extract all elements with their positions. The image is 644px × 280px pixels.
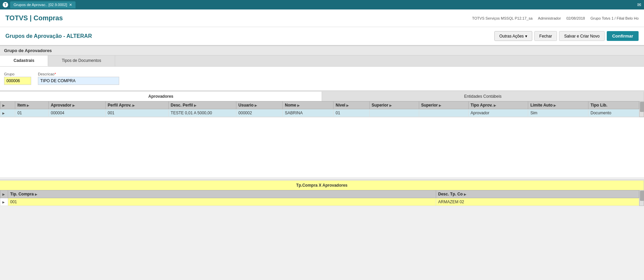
date-info: 02/08/2018 [566, 16, 585, 20]
grupo-input[interactable] [4, 77, 31, 85]
th-aprovador[interactable]: Aprovador ▶ [48, 101, 105, 109]
dropdown-arrow-icon: ▾ [525, 34, 527, 39]
lower-tabs: Tp.Compra X Aprovadores [0, 181, 644, 190]
scroll-thumb[interactable] [640, 102, 644, 112]
lower-cell-desc-tp-co: ARMAZEM 02 [436, 198, 639, 206]
lower-row-arrow: ▶ [0, 198, 8, 206]
main-tabs: Cadastrais Tipos de Documentos [0, 55, 644, 67]
vertical-scrollbar[interactable] [639, 101, 644, 117]
cell-perfil-aprov: 001 [106, 109, 169, 117]
th-usuario[interactable]: Usuario ▶ [236, 101, 283, 109]
form-area: Grupo Descricao* [0, 67, 644, 90]
grupo-field: Grupo [4, 72, 31, 85]
th-limite-auto[interactable]: Limite Auto ▶ [528, 101, 588, 109]
cell-nome: SABRINA [283, 109, 334, 117]
lower-th-desc-tp-co[interactable]: Desc. Tp. Co ▶ [436, 190, 639, 198]
descricao-label: Descricao* [38, 72, 119, 76]
tab-label: Grupos de Aprovac.. [02.9.0002] [14, 3, 67, 7]
user-info: Administrador [538, 16, 561, 20]
app-header: TOTVS | Compras TOTVS Serviços MSSQL P12… [0, 9, 644, 27]
th-superior[interactable]: Superior ▶ [369, 101, 419, 109]
cell-usuario: 000002 [236, 109, 283, 117]
th-tipo-aprov[interactable]: Tipo Aprov. ▶ [468, 101, 528, 109]
th-nome[interactable]: Nome ▶ [283, 101, 334, 109]
table-row[interactable]: ▶ 01 000004 001 TESTE 0,01 A 5000,00 000… [0, 109, 639, 117]
descricao-input[interactable] [38, 77, 119, 85]
th-arrow-item: ▶ [0, 101, 15, 109]
cell-superior2 [419, 109, 468, 117]
th-item[interactable]: Item ▶ [15, 101, 49, 109]
th-desc-perfil[interactable]: Desc. Perfil ▶ [169, 101, 236, 109]
group-info: Grupo Totvs 1 / Filial Belo Ho [591, 16, 639, 20]
empty-grid-area [0, 117, 644, 178]
tab-entidades-contabeis[interactable]: Entidades Contábeis [322, 92, 644, 101]
grid-tabs: Aprovadores Entidades Contábeis [0, 92, 644, 101]
grupo-label: Grupo [4, 72, 31, 76]
page-header: Grupos de Aprovação - ALTERAR Outras Açõ… [0, 27, 644, 45]
descricao-field: Descricao* [38, 72, 119, 85]
lower-table-wrapper: ▶ Tip. Compra ▶ Desc. Tp. Co ▶ ▶ 001 ARM… [0, 190, 644, 206]
cell-nivel: 01 [334, 109, 369, 117]
close-tab-icon[interactable]: ✕ [69, 3, 72, 7]
th-perfil-aprov[interactable]: Perfil Aprov. ▶ [106, 101, 169, 109]
th-superior2[interactable]: Superior ▶ [419, 101, 468, 109]
form-row: Grupo Descricao* [4, 72, 640, 85]
tab-tipos-documentos[interactable]: Tipos de Documentos [48, 55, 115, 66]
fechar-button[interactable]: Fechar [534, 31, 557, 41]
lower-cell-tip-compra: 001 [8, 198, 436, 206]
cell-superior [369, 109, 419, 117]
cell-item: 01 [15, 109, 49, 117]
th-nivel[interactable]: Nível ▶ [334, 101, 369, 109]
grid-section: Aprovadores Entidades Contábeis ▶ Item ▶… [0, 90, 644, 178]
lower-table-row[interactable]: ▶ 001 ARMAZEM 02 [0, 198, 639, 206]
action-buttons: Outras Ações ▾ Fechar Salvar e Criar Nov… [494, 31, 639, 41]
app-title: TOTVS | Compras [5, 14, 63, 22]
row-arrow-cell: ▶ [0, 109, 15, 117]
tab-cadastrais[interactable]: Cadastrais [0, 55, 48, 66]
title-bar: T Grupos de Aprovac.. [02.9.0002] ✕ ✉ [0, 0, 644, 9]
lower-th-tip-compra[interactable]: Tip. Compra ▶ [8, 190, 436, 198]
email-icon[interactable]: ✉ [637, 2, 641, 7]
outras-acoes-label: Outras Ações [499, 34, 524, 39]
section-title: Grupo de Aprovadores [0, 45, 644, 55]
th-tipo-lib[interactable]: Tipo Lib. [588, 101, 639, 109]
salvar-button[interactable]: Salvar e Criar Novo [559, 31, 605, 41]
cell-desc-perfil: TESTE 0,01 A 5000,00 [169, 109, 236, 117]
app-icon: T [3, 2, 8, 7]
lower-scroll-thumb[interactable] [640, 191, 644, 201]
lower-section: Tp.Compra X Aprovadores ▶ Tip. Compra ▶ … [0, 179, 644, 206]
lower-table: ▶ Tip. Compra ▶ Desc. Tp. Co ▶ ▶ 001 ARM… [0, 190, 639, 206]
lower-th-arrow: ▶ [0, 190, 8, 198]
server-info: TOTVS Serviços MSSQL P12.17_sa [472, 16, 533, 20]
app-meta: TOTVS Serviços MSSQL P12.17_sa Administr… [472, 16, 639, 20]
tab-tp-compra[interactable]: Tp.Compra X Aprovadores [0, 181, 644, 190]
confirmar-button[interactable]: Confirmar [607, 31, 639, 41]
aprovadores-table: ▶ Item ▶ Aprovador ▶ Perfil Aprov. ▶ Des… [0, 101, 639, 117]
page-title: Grupos de Aprovação - ALTERAR [5, 33, 92, 39]
active-tab[interactable]: Grupos de Aprovac.. [02.9.0002] ✕ [10, 1, 76, 8]
outras-acoes-button[interactable]: Outras Ações ▾ [494, 31, 532, 41]
cell-tipo-lib: Documento [588, 109, 639, 117]
lower-vertical-scrollbar[interactable] [639, 190, 644, 206]
aprovadores-table-wrapper: ▶ Item ▶ Aprovador ▶ Perfil Aprov. ▶ Des… [0, 101, 644, 117]
cell-limite-auto: Sim [528, 109, 588, 117]
cell-tipo-aprov: Aprovador [468, 109, 528, 117]
cell-aprovador: 000004 [48, 109, 105, 117]
tab-aprovadores[interactable]: Aprovadores [0, 92, 322, 101]
